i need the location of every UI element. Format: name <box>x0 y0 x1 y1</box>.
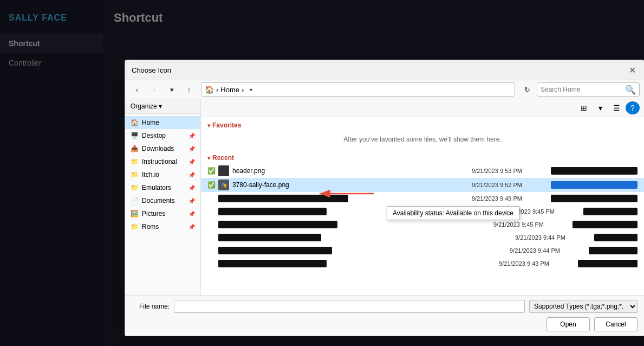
favorites-empty-text: After you've favorited some files, we'll… <box>201 131 644 150</box>
file-row-5[interactable]: 9/21/2023 9:44 PM <box>201 231 644 244</box>
nav-up-button[interactable]: ↑ <box>181 82 197 97</box>
nav-home-label: Home <box>142 119 159 126</box>
file-thumb-1: 🎭 <box>218 180 229 190</box>
filename-row: File name: Supported Types (*.tga;*.png;… <box>132 300 638 313</box>
nav-emulators-label: Emulators <box>142 184 171 191</box>
file-name-redacted-3 <box>218 208 327 215</box>
nav-tree: 🏠 Home 🖥️ Desktop 📌 📥 Downloads 📌 📁 Inst… <box>125 114 200 295</box>
instructional-pin-icon: 📌 <box>188 159 195 165</box>
file-thumb-0 <box>218 165 229 176</box>
file-name-redacted-2 <box>218 195 348 202</box>
documents-folder-icon: 📄 <box>131 197 139 204</box>
nav-back-button[interactable]: ‹ <box>129 82 145 97</box>
nav-pictures-label: Pictures <box>142 210 165 217</box>
dialog-toolbar: ‹ › ▾ ↑ 🏠 › Home › ▾ ↻ 🔍 <box>125 80 644 99</box>
dialog-body: Organize ▾ 🏠 Home 🖥️ Desktop 📌 📥 Downloa… <box>125 99 644 295</box>
file-name-0: header.png <box>232 167 469 175</box>
pictures-folder-icon: 🖼️ <box>131 210 139 217</box>
file-name-redacted-7 <box>218 260 327 267</box>
nav-tree-emulators[interactable]: 📁 Emulators 📌 <box>125 181 200 194</box>
instructional-folder-icon: 📁 <box>131 158 139 165</box>
dialog-buttons: Open Cancel <box>132 317 638 331</box>
search-icon: 🔍 <box>625 85 636 95</box>
file-extra-3 <box>583 208 638 215</box>
nav-tree-instructional[interactable]: 📁 Instructional 📌 <box>125 155 200 168</box>
documents-pin-icon: 📌 <box>188 198 195 204</box>
file-row-sally-face-png[interactable]: ✅ 🎭 3780-sally-face.png 9/21/2023 9:52 P… <box>201 178 644 192</box>
view-help-button[interactable]: ? <box>626 101 640 114</box>
nav-tree-home[interactable]: 🏠 Home <box>125 116 200 129</box>
dialog-title: Choose Icon <box>132 66 171 74</box>
emulators-pin-icon: 📌 <box>188 185 195 191</box>
nav-roms-label: Roms <box>142 223 159 230</box>
file-date-1: 9/21/2023 9:52 PM <box>472 182 548 188</box>
address-separator-2: › <box>242 86 244 94</box>
refresh-button[interactable]: ↻ <box>519 82 535 97</box>
choose-icon-dialog: Choose Icon ✕ ‹ › ▾ ↑ 🏠 › Home › ▾ ↻ 🔍 O… <box>125 60 644 336</box>
nav-forward-button[interactable]: › <box>147 82 162 97</box>
file-date-6: 9/21/2023 9:44 PM <box>510 247 586 254</box>
dialog-titlebar: Choose Icon ✕ <box>125 60 644 80</box>
cancel-button[interactable]: Cancel <box>594 317 638 331</box>
organize-label: Organize <box>131 102 157 110</box>
file-row-2[interactable]: 9/21/2023 9:49 PM <box>201 192 644 205</box>
file-row-6[interactable]: 9/21/2023 9:44 PM <box>201 244 644 257</box>
file-extra-0 <box>551 167 638 175</box>
organize-bar: Organize ▾ <box>125 99 200 114</box>
file-row-header-png[interactable]: ✅ header.png 9/21/2023 9:53 PM <box>201 164 644 178</box>
search-box: 🔍 <box>537 82 640 97</box>
nav-tree-desktop[interactable]: 🖥️ Desktop 📌 <box>125 129 200 142</box>
filename-input[interactable] <box>174 300 525 313</box>
file-name-redacted-4 <box>218 221 337 228</box>
address-bar[interactable]: 🏠 › Home › ▾ <box>201 82 515 97</box>
file-date-7: 9/21/2023 9:43 PM <box>499 260 575 267</box>
organize-dropdown-icon: ▾ <box>159 102 162 110</box>
favorites-label: Favorites <box>212 121 241 129</box>
view-grid-button[interactable]: ⊞ <box>577 101 591 114</box>
filename-label: File name: <box>132 303 170 310</box>
nav-recent-button[interactable]: ▾ <box>164 82 179 97</box>
desktop-pin-icon: 📌 <box>188 133 195 139</box>
view-preview-button[interactable]: ☰ <box>609 101 623 114</box>
itchio-folder-icon: 📁 <box>131 171 139 178</box>
file-extra-5 <box>594 234 638 241</box>
nav-documents-label: Documents <box>142 197 175 204</box>
recent-section-header: Recent <box>201 150 644 164</box>
nav-downloads-label: Downloads <box>142 145 174 152</box>
dialog-bottom: File name: Supported Types (*.tga;*.png;… <box>125 295 644 336</box>
downloads-pin-icon: 📌 <box>188 146 195 152</box>
recent-label: Recent <box>212 154 234 162</box>
nav-tree-pictures[interactable]: 🖼️ Pictures 📌 <box>125 207 200 220</box>
address-dropdown-button[interactable]: ▾ <box>246 85 256 94</box>
search-input[interactable] <box>541 86 623 93</box>
nav-tree-documents[interactable]: 📄 Documents 📌 <box>125 194 200 207</box>
address-home-icon: 🏠 <box>205 85 214 94</box>
itchio-pin-icon: 📌 <box>188 172 195 178</box>
file-name-redacted-5 <box>218 234 321 241</box>
file-date-0: 9/21/2023 9:53 PM <box>472 168 548 174</box>
file-extra-4 <box>573 221 638 228</box>
dialog-right-panel: ⊞ ▾ ☰ ? Favorites After you've favorited… <box>201 99 644 295</box>
nav-tree-downloads[interactable]: 📥 Downloads 📌 <box>125 142 200 155</box>
roms-pin-icon: 📌 <box>188 224 195 230</box>
organize-button[interactable]: Organize ▾ <box>131 102 162 110</box>
file-row-7[interactable]: 9/21/2023 9:43 PM <box>201 257 644 270</box>
dialog-close-button[interactable]: ✕ <box>627 65 638 75</box>
emulators-folder-icon: 📁 <box>131 184 139 191</box>
file-extra-1 <box>551 181 638 189</box>
view-toolbar: ⊞ ▾ ☰ ? <box>201 99 644 117</box>
file-extra-6 <box>589 247 638 254</box>
nav-itchio-label: Itch.io <box>142 171 159 178</box>
open-button[interactable]: Open <box>547 317 590 331</box>
address-path: Home <box>220 86 239 94</box>
file-date-5: 9/21/2023 9:44 PM <box>515 234 591 241</box>
desktop-folder-icon: 🖥️ <box>131 132 139 139</box>
file-date-2: 9/21/2023 9:49 PM <box>472 195 548 202</box>
file-extra-7 <box>578 260 638 267</box>
view-dropdown-button[interactable]: ▾ <box>593 101 607 114</box>
home-folder-icon: 🏠 <box>131 119 139 126</box>
nav-tree-roms[interactable]: 📁 Roms 📌 <box>125 220 200 233</box>
dialog-left-panel: Organize ▾ 🏠 Home 🖥️ Desktop 📌 📥 Downloa… <box>125 99 201 295</box>
nav-tree-itchio[interactable]: 📁 Itch.io 📌 <box>125 168 200 181</box>
filetype-select[interactable]: Supported Types (*.tga;*.png;*. <box>529 300 638 313</box>
